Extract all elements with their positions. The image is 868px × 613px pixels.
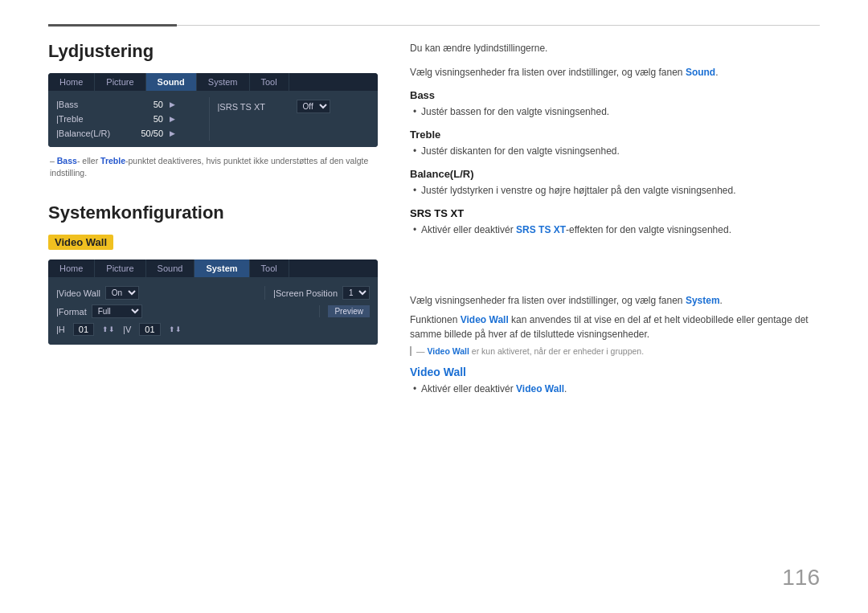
- videowall-select[interactable]: On Off: [105, 286, 139, 300]
- top-dividers: [48, 24, 820, 27]
- system-link[interactable]: System: [686, 295, 720, 306]
- v-label: |V: [123, 325, 131, 334]
- tab-tool-2[interactable]: Tool: [250, 260, 289, 277]
- videowall-right-bullet: Aktivér eller deaktivér Video Wall.: [410, 382, 820, 396]
- sound-link[interactable]: Sound: [686, 67, 715, 78]
- tab-sound-2[interactable]: Sound: [146, 260, 195, 277]
- videowall-bullet-link[interactable]: Video Wall: [516, 383, 564, 394]
- h-value: 01: [73, 323, 94, 336]
- sound-panel-right-rows: |SRS TS XT Off On: [209, 97, 371, 141]
- hv-row: |H 01 ⬆⬇ |V 01 ⬆⬇: [56, 321, 370, 338]
- system-panel-tabs: Home Picture Sound System Tool: [48, 260, 378, 277]
- section2-intro1: Vælg visningsenheder fra listen over ind…: [410, 293, 820, 308]
- divider-light: [177, 25, 820, 26]
- section1-intro1: Du kan ændre lydindstillingerne.: [410, 41, 820, 55]
- srs-label: |SRS TS XT: [218, 102, 290, 112]
- treble-bullet: Justér diskanten for den valgte visnings…: [410, 144, 820, 158]
- tab-picture-1[interactable]: Picture: [95, 73, 145, 91]
- format-select[interactable]: Full Custom: [92, 304, 142, 318]
- v-stepper[interactable]: ⬆⬇: [169, 325, 182, 333]
- tab-home-1[interactable]: Home: [48, 73, 95, 91]
- srs-link[interactable]: SRS TS XT: [516, 224, 566, 235]
- preview-button[interactable]: Preview: [328, 305, 370, 317]
- videowall-right-heading: Video Wall: [410, 366, 820, 378]
- tab-tool-1[interactable]: Tool: [250, 73, 289, 91]
- right-spacer: [410, 239, 820, 293]
- bass-heading: Bass: [410, 89, 820, 101]
- bass-label: |Bass: [56, 100, 129, 109]
- section1-title: Lydjustering: [48, 41, 378, 62]
- treble-arrow[interactable]: ▶: [170, 115, 175, 123]
- srs-row: |SRS TS XT Off On: [218, 97, 371, 116]
- balance-arrow[interactable]: ▶: [170, 129, 175, 137]
- sound-panel-tabs: Home Picture Sound System Tool: [48, 73, 378, 91]
- section2-right: Vælg visningsenheder fra listen over ind…: [410, 293, 820, 396]
- section2-intro2: Funktionen Video Wall kan anvendes til a…: [410, 313, 820, 341]
- tab-system-2[interactable]: System: [194, 260, 249, 277]
- tab-system-1[interactable]: System: [197, 73, 250, 91]
- sound-panel-left-rows: |Bass 50 ▶ |Treble 50 ▶: [56, 97, 209, 141]
- videowall-label: |Video Wall: [56, 288, 100, 298]
- bass-arrow[interactable]: ▶: [170, 100, 175, 108]
- format-label: |Format: [56, 307, 87, 317]
- sound-panel: Home Picture Sound System Tool |Bass: [48, 73, 378, 147]
- videowall-intro-link[interactable]: Video Wall: [461, 314, 509, 325]
- section2: Systemkonfiguration Video Wall Home Pict…: [48, 202, 378, 345]
- panel1-note: – Bass- eller Treble-punktet deaktiveres…: [48, 155, 378, 178]
- srs-bullet: Aktivér eller deaktivér SRS TS XT-effekt…: [410, 223, 820, 237]
- treble-label: |Treble: [56, 114, 129, 124]
- tab-picture-2[interactable]: Picture: [95, 260, 145, 277]
- tab-home-2[interactable]: Home: [48, 260, 95, 277]
- screen-pos-label: |Screen Position: [273, 288, 338, 298]
- page-number: 116: [782, 565, 820, 591]
- balance-label: |Balance(L/R): [56, 129, 129, 138]
- srs-select[interactable]: Off On: [297, 100, 330, 113]
- screen-pos-select[interactable]: 1 2: [342, 286, 370, 300]
- bass-bullet: Justér bassen for den valgte visningsenh…: [410, 104, 820, 119]
- section1-intro2: Vælg visningsenheder fra listen over ind…: [410, 65, 820, 80]
- section2-title: Systemkonfiguration: [48, 202, 378, 223]
- balance-heading: Balance(L/R): [410, 168, 820, 180]
- v-value: 01: [139, 323, 160, 336]
- treble-value: 50: [135, 114, 163, 124]
- system-panel: Home Picture Sound System Tool |Video Wa…: [48, 260, 378, 345]
- balance-value: 50/50: [135, 129, 163, 138]
- treble-heading: Treble: [410, 129, 820, 141]
- section-separator: [48, 178, 378, 202]
- note-treble: Treble: [100, 156, 125, 166]
- divider-dark: [48, 24, 177, 27]
- bass-value: 50: [135, 100, 163, 109]
- sound-panel-body: |Bass 50 ▶ |Treble 50 ▶: [48, 91, 378, 147]
- balance-row: |Balance(L/R) 50/50 ▶: [56, 126, 209, 141]
- system-panel-body: |Video Wall On Off |Screen Position 1: [48, 277, 378, 345]
- videowall-row: |Video Wall On Off |Screen Position 1: [56, 284, 370, 302]
- videowall-note-link[interactable]: Video Wall: [427, 346, 469, 356]
- section1-right: Du kan ændre lydindstillingerne. Vælg vi…: [410, 41, 820, 237]
- page-container: Lydjustering Home Picture Sound System T…: [0, 0, 868, 613]
- section1: Lydjustering Home Picture Sound System T…: [48, 41, 378, 178]
- right-column: Du kan ændre lydindstillingerne. Vælg vi…: [410, 41, 820, 398]
- treble-row: |Treble 50 ▶: [56, 112, 209, 126]
- video-wall-badge: Video Wall: [48, 235, 113, 250]
- section2-note: — Video Wall er kun aktiveret, når der e…: [410, 346, 820, 356]
- srs-heading: SRS TS XT: [410, 207, 820, 219]
- balance-bullet: Justér lydstyrken i venstre og højre høj…: [410, 183, 820, 198]
- tab-sound-1[interactable]: Sound: [146, 73, 197, 91]
- left-column: Lydjustering Home Picture Sound System T…: [48, 41, 378, 398]
- format-row: |Format Full Custom Preview: [56, 302, 370, 321]
- h-label: |H: [56, 325, 65, 334]
- bass-row: |Bass 50 ▶: [56, 97, 209, 112]
- h-stepper[interactable]: ⬆⬇: [102, 325, 115, 333]
- note-bass: Bass: [57, 156, 77, 166]
- main-layout: Lydjustering Home Picture Sound System T…: [48, 41, 820, 398]
